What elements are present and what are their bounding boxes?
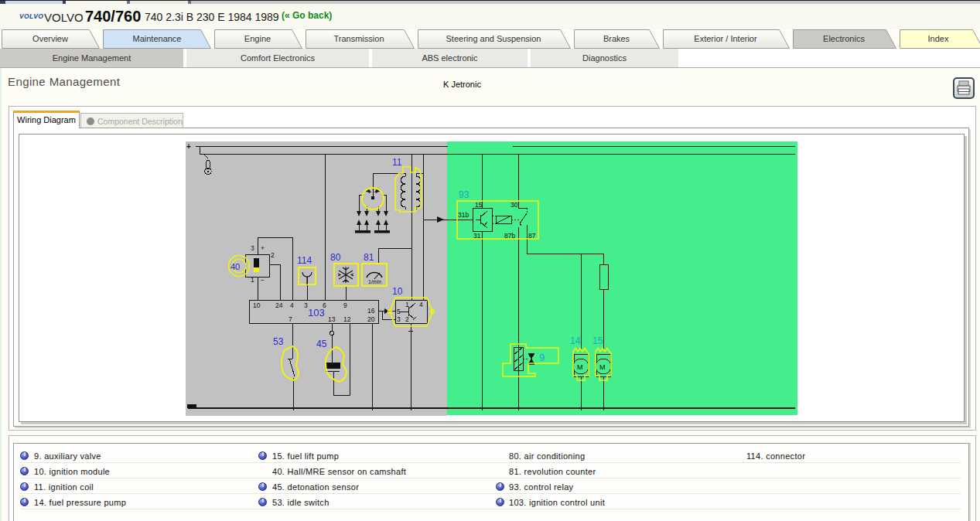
svg-text:Electronics: Electronics <box>823 34 865 43</box>
svg-text:9: 9 <box>343 301 347 309</box>
svg-text:81: 81 <box>364 252 374 263</box>
svg-text:31: 31 <box>473 232 481 240</box>
svg-text:1: 1 <box>251 276 254 284</box>
svg-text:15: 15 <box>592 335 603 346</box>
svg-text:114: 114 <box>297 255 312 266</box>
svg-text:87b: 87b <box>504 232 515 240</box>
svg-text:16: 16 <box>367 307 375 315</box>
svg-text:9: 9 <box>539 352 545 363</box>
svg-text:Engine: Engine <box>244 34 271 43</box>
svg-text:M: M <box>599 363 606 371</box>
svg-text:+: + <box>261 244 265 252</box>
svg-text:Maintenance: Maintenance <box>133 34 182 43</box>
svg-text:3: 3 <box>251 244 254 252</box>
svg-text:7: 7 <box>289 315 292 323</box>
svg-text:10: 10 <box>253 301 261 309</box>
svg-text:11: 11 <box>392 157 402 168</box>
svg-text:40: 40 <box>230 262 240 271</box>
svg-text:1: 1 <box>405 301 409 308</box>
svg-text:+: + <box>186 142 191 151</box>
svg-text:2: 2 <box>405 315 409 323</box>
svg-text:4: 4 <box>290 301 294 309</box>
svg-text:Exterior / Interior: Exterior / Interior <box>694 34 757 43</box>
svg-text:10: 10 <box>392 286 403 297</box>
svg-text:20: 20 <box>367 315 375 323</box>
svg-text:15: 15 <box>475 201 483 209</box>
svg-text:1/min: 1/min <box>368 279 381 284</box>
svg-text:87: 87 <box>528 232 536 240</box>
svg-text:31b: 31b <box>458 211 469 219</box>
svg-text:Index: Index <box>928 34 949 43</box>
svg-text:Steering and Suspension: Steering and Suspension <box>446 34 541 43</box>
svg-text:30: 30 <box>510 201 518 209</box>
svg-text:53: 53 <box>273 336 284 347</box>
svg-text:13: 13 <box>328 315 336 323</box>
svg-text:3: 3 <box>397 315 401 323</box>
svg-text:M: M <box>577 363 583 371</box>
svg-text:5: 5 <box>397 308 401 315</box>
svg-text:45: 45 <box>316 339 327 349</box>
svg-text:6: 6 <box>323 301 326 309</box>
svg-text:14: 14 <box>570 335 581 346</box>
svg-text:3: 3 <box>304 301 308 309</box>
svg-text:24: 24 <box>275 301 283 309</box>
svg-text:80: 80 <box>330 252 341 263</box>
svg-text:93: 93 <box>459 189 470 200</box>
svg-text:4: 4 <box>419 301 423 308</box>
svg-text:Overview: Overview <box>32 34 68 43</box>
svg-text:2: 2 <box>271 251 275 259</box>
svg-text:Brakes: Brakes <box>603 34 630 43</box>
svg-text:−: − <box>261 276 265 284</box>
svg-text:Transmission: Transmission <box>334 34 384 43</box>
svg-text:12: 12 <box>343 315 351 323</box>
